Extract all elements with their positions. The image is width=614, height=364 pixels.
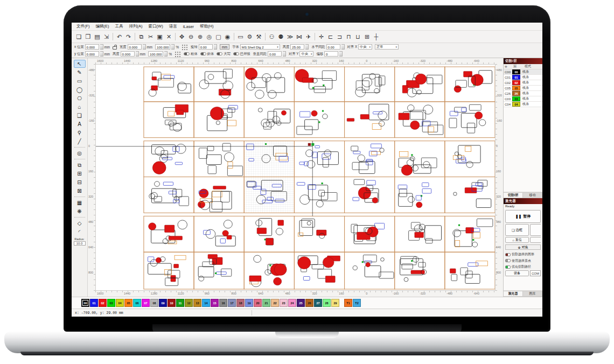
input-偏移[interactable]: 0: [324, 51, 338, 57]
palette-chip-10[interactable]: 10: [168, 299, 176, 307]
palette-chip-21[interactable]: 21: [262, 299, 270, 307]
zoom-out-icon[interactable]: ⊖: [186, 31, 196, 43]
toggle-大写[interactable]: 大写: [217, 52, 231, 57]
pin-tool[interactable]: ⚲: [74, 129, 86, 137]
input-高度[interactable]: 25.00: [290, 44, 304, 50]
palette-chip-28[interactable]: 28: [323, 299, 331, 307]
polygon-tool[interactable]: ⎔: [74, 94, 86, 102]
copy-icon[interactable]: ⧉: [137, 31, 146, 43]
spinner[interactable]: [100, 51, 103, 57]
tab-cuts-1[interactable]: 移动: [523, 193, 542, 198]
pause-button[interactable]: ❚❚ 暂停: [505, 210, 541, 223]
interval-grid-icon[interactable]: [175, 51, 181, 57]
spinner[interactable]: [136, 51, 139, 57]
dropdown-对齐 X[interactable]: 中央▾: [358, 44, 372, 50]
palette-chip-13[interactable]: 13: [193, 299, 201, 307]
home-button[interactable]: ⌂ 复位: [505, 237, 529, 243]
laser-toggle-2[interactable]: 优化切割路径: [505, 264, 541, 269]
layer-row-C02[interactable]: C0202线条: [504, 80, 542, 86]
layer-color-chip[interactable]: 05: [512, 86, 520, 90]
palette-chip-09[interactable]: 09: [159, 299, 167, 307]
input-value[interactable]: 100.000: [148, 51, 163, 57]
palette-chip-15[interactable]: 15: [211, 299, 219, 307]
pan-icon[interactable]: ✥: [177, 31, 186, 43]
menu-item-6[interactable]: iLaser: [183, 24, 194, 29]
align-left-icon[interactable]: ⊏: [326, 31, 335, 43]
interval-grid-icon[interactable]: [182, 44, 188, 50]
palette-chip-11[interactable]: 11: [176, 299, 184, 307]
focus-button[interactable]: ⊕ 对焦: [505, 244, 541, 250]
layer-row-C26[interactable]: C2626线条: [504, 91, 542, 96]
align-window-icon[interactable]: ⊞: [362, 31, 372, 43]
layer-row-C00[interactable]: C0000线条: [504, 69, 542, 75]
toggle-斜体[interactable]: 斜体: [200, 52, 214, 57]
input-宽度[interactable]: 0.000: [128, 44, 142, 50]
palette-chip-T2[interactable]: T2: [353, 299, 361, 307]
undo-icon[interactable]: ↶: [115, 31, 124, 43]
spinner[interactable]: [305, 44, 309, 50]
layer-row-C01[interactable]: C0101线条: [504, 75, 542, 80]
send-icon[interactable]: ✈: [304, 31, 313, 43]
start-button-partial[interactable]: [530, 224, 541, 236]
corner-radius-tool[interactable]: ◜: [74, 228, 86, 236]
go-origin-button-partial[interactable]: [530, 237, 541, 243]
menu-item-4[interactable]: 窗口(W): [149, 24, 163, 29]
frame-button[interactable]: ❏ 边框: [505, 224, 529, 236]
palette-chip-20[interactable]: 20: [254, 299, 262, 307]
move-machine-icon[interactable]: ┼: [372, 31, 381, 43]
line-tool[interactable]: ╱: [74, 137, 86, 145]
layer-row-C04[interactable]: C0404线条: [504, 102, 542, 107]
toggle-已焊接[interactable]: 已焊接: [233, 52, 250, 57]
palette-chip-26[interactable]: 26: [305, 299, 313, 307]
palette-chip-29[interactable]: 29: [331, 299, 339, 307]
origin-icon[interactable]: ✛: [317, 31, 326, 43]
delete-icon[interactable]: ✕: [164, 31, 173, 43]
palette-chip-24[interactable]: 24: [288, 299, 296, 307]
palette-chip-12[interactable]: 12: [185, 299, 193, 307]
settings-gear-icon[interactable]: ⚙: [245, 31, 254, 43]
tab-laser-1[interactable]: 图库: [523, 291, 542, 296]
spinner[interactable]: [339, 51, 343, 57]
spinner[interactable]: [164, 51, 168, 57]
zoom-selection-icon[interactable]: ◎: [205, 31, 214, 43]
node-edit-tool[interactable]: ◇: [74, 219, 86, 227]
tab-cuts-0[interactable]: 切割/层: [504, 193, 523, 198]
menu-item-0[interactable]: 文件(F): [76, 24, 90, 29]
palette-chip-18[interactable]: 18: [236, 299, 245, 307]
layer-mode[interactable]: 线条: [522, 80, 529, 85]
radius-input[interactable]: 10.0: [74, 241, 86, 246]
group-icon[interactable]: ⚇: [267, 31, 276, 43]
subtract-tool[interactable]: ⊟: [74, 178, 86, 186]
spinner[interactable]: [171, 44, 175, 50]
array-tool[interactable]: ▦: [74, 199, 86, 207]
palette-chip-17[interactable]: 17: [228, 299, 236, 307]
select-tool[interactable]: ↖: [74, 60, 86, 68]
palette-chip-22[interactable]: 22: [271, 299, 279, 307]
layer-row-C03[interactable]: C0303线条: [504, 96, 542, 102]
layer-color-chip[interactable]: 04: [512, 102, 520, 107]
gear-tool[interactable]: ❋: [74, 207, 86, 215]
unit-button[interactable]: mm: [220, 44, 230, 50]
input-垂直间距[interactable]: 0.00: [268, 51, 282, 57]
input-水平间距[interactable]: 0.00: [326, 44, 340, 50]
text-tool[interactable]: A: [74, 120, 86, 128]
spinner[interactable]: [341, 44, 345, 50]
drawing-canvas[interactable]: [95, 64, 496, 291]
rectangle-tool[interactable]: ▭: [74, 77, 86, 85]
menu-item-5[interactable]: 语言: [169, 24, 177, 29]
palette-chip-01[interactable]: 01: [90, 299, 98, 307]
spinner[interactable]: [283, 51, 286, 57]
distribute-h-icon[interactable]: ⊓: [344, 31, 353, 43]
dropdown-字体[interactable]: MS Shell Dlg 2▾: [240, 44, 280, 50]
input-高度[interactable]: 0.000: [121, 51, 135, 57]
palette-chip-06[interactable]: 06: [133, 299, 141, 307]
menu-item-1[interactable]: 编辑(E): [96, 24, 109, 29]
layer-mode[interactable]: 线条: [522, 69, 529, 74]
menu-item-7[interactable]: 帮助(H): [200, 24, 213, 29]
spinner[interactable]: [214, 44, 217, 50]
weld-tool[interactable]: ⧉: [74, 161, 86, 169]
palette-chip-00[interactable]: 00: [81, 299, 89, 307]
spinner[interactable]: [100, 44, 103, 50]
frame-selection-icon[interactable]: ▢: [214, 31, 223, 43]
laser-toggle-1[interactable]: 使用选择原点: [505, 258, 541, 263]
